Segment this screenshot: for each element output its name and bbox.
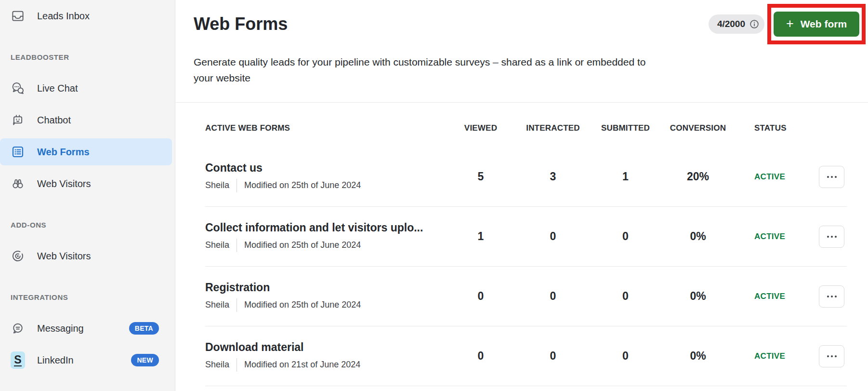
section-label-add-ons: ADD-ONS: [0, 219, 175, 231]
sidebar-item-chatbot[interactable]: Chatbot: [0, 107, 175, 134]
add-web-form-button[interactable]: + Web form: [774, 12, 859, 37]
column-header-interacted[interactable]: INTERACTED: [517, 123, 589, 133]
annotation-highlight-box: + Web form: [767, 4, 866, 44]
more-options-button[interactable]: [819, 285, 844, 308]
subtitle-divider: [237, 179, 237, 192]
status-badge: ACTIVE: [754, 232, 785, 241]
form-subtitle: Sheila Modified on 25th of June 2024: [205, 179, 445, 192]
status-badge: ACTIVE: [754, 351, 785, 361]
form-subtitle: Sheila Modified on 25th of June 2024: [205, 298, 445, 312]
form-subtitle: Sheila Modified on 21st of June 2024: [205, 358, 445, 372]
viewed-value: 5: [445, 170, 517, 183]
inbox-icon: [11, 9, 25, 23]
sidebar: Leads Inbox LEADBOOSTER Live Chat: [0, 0, 175, 391]
viewed-value: 0: [445, 290, 517, 303]
submitted-value: 0: [589, 230, 662, 243]
interacted-value: 0: [517, 290, 589, 303]
form-title[interactable]: Contact us: [205, 162, 436, 175]
submitted-value: 0: [589, 290, 662, 303]
more-options-button[interactable]: [819, 166, 844, 188]
column-header-active-web-forms[interactable]: ACTIVE WEB FORMS: [205, 123, 445, 133]
plus-icon: +: [786, 17, 794, 30]
conversion-value: 0%: [662, 350, 734, 363]
form-title[interactable]: Download material: [205, 341, 436, 354]
sidebar-item-live-chat[interactable]: Live Chat: [0, 75, 175, 102]
page-header: Web Forms 4/2000 + Web form Generate qua…: [176, 0, 868, 103]
sidebar-item-leads-inbox[interactable]: Leads Inbox: [0, 2, 175, 29]
column-header-status[interactable]: STATUS: [734, 123, 819, 133]
surfe-linkedin-icon: S: [11, 353, 25, 367]
form-name-cell: Contact us Sheila Modified on 25th of Ju…: [205, 162, 445, 192]
status-badge: ACTIVE: [754, 172, 785, 181]
form-owner: Sheila: [205, 360, 229, 370]
status-cell: ACTIVE: [734, 172, 819, 182]
subtitle-divider: [237, 239, 237, 252]
section-label-integrations: INTEGRATIONS: [0, 292, 175, 303]
page-description: Generate quality leads for your pipeline…: [194, 54, 847, 86]
column-header-submitted[interactable]: SUBMITTED: [589, 123, 662, 133]
viewed-value: 0: [445, 350, 517, 363]
form-modified: Modified on 25th of June 2024: [244, 240, 361, 250]
info-icon[interactable]: [749, 19, 760, 29]
interacted-value: 0: [517, 350, 589, 363]
sidebar-item-prospector[interactable]: Web Visitors: [0, 170, 175, 197]
form-modified: Modified on 25th of June 2024: [244, 300, 361, 310]
more-options-button[interactable]: [819, 345, 844, 367]
sidebar-item-label: Web Forms: [37, 147, 90, 158]
usage-counter-badge: 4/2000: [709, 14, 764, 34]
main-content: Web Forms 4/2000 + Web form Generate qua…: [176, 0, 868, 391]
column-header-conversion[interactable]: CONVERSION: [662, 123, 734, 133]
sidebar-item-label: Web Visitors: [37, 251, 91, 262]
status-badge: ACTIVE: [754, 292, 785, 301]
actions-cell: [819, 285, 847, 308]
usage-counter-value: 4/2000: [717, 19, 745, 29]
table-row: Contact us Sheila Modified on 25th of Ju…: [205, 147, 847, 207]
form-title[interactable]: Registration: [205, 281, 436, 294]
form-subtitle: Sheila Modified on 25th of June 2024: [205, 239, 445, 252]
subtitle-divider: [237, 298, 237, 312]
table-row: Collect information and let visitors upl…: [205, 207, 847, 267]
beta-badge: BETA: [129, 322, 159, 335]
chatbot-icon: [11, 113, 25, 127]
more-options-button[interactable]: [819, 226, 844, 248]
table-row: Download material Sheila Modified on 21s…: [205, 326, 847, 386]
submitted-value: 1: [589, 170, 662, 183]
sidebar-item-label: Leads Inbox: [37, 11, 90, 22]
table-header-row: ACTIVE WEB FORMS VIEWED INTERACTED SUBMI…: [205, 103, 847, 147]
form-owner: Sheila: [205, 180, 229, 190]
form-name-cell: Collect information and let visitors upl…: [205, 221, 445, 252]
messaging-icon: [11, 321, 25, 336]
form-owner: Sheila: [205, 240, 229, 250]
actions-cell: [819, 345, 847, 367]
add-web-form-label: Web form: [801, 18, 847, 30]
sidebar-item-linkedin[interactable]: S LinkedIn NEW: [0, 347, 175, 374]
radar-icon: [11, 249, 25, 263]
sidebar-item-web-visitors[interactable]: Web Visitors: [0, 243, 175, 270]
table-row: Registration Sheila Modified on 25th of …: [205, 267, 847, 326]
sidebar-item-label: Chatbot: [37, 115, 71, 126]
form-title[interactable]: Collect information and let visitors upl…: [205, 221, 436, 234]
sidebar-item-label: Live Chat: [37, 83, 78, 94]
binoculars-icon: [11, 176, 25, 191]
form-modified: Modified on 25th of June 2024: [244, 180, 361, 190]
web-forms-table: ACTIVE WEB FORMS VIEWED INTERACTED SUBMI…: [176, 103, 868, 386]
sidebar-item-label: Web Visitors: [37, 178, 91, 189]
status-cell: ACTIVE: [734, 292, 819, 301]
interacted-value: 3: [517, 170, 589, 183]
sidebar-item-web-forms[interactable]: Web Forms: [0, 138, 172, 165]
column-header-viewed[interactable]: VIEWED: [445, 123, 517, 133]
viewed-value: 1: [445, 230, 517, 243]
form-name-cell: Registration Sheila Modified on 25th of …: [205, 281, 445, 312]
subtitle-divider: [237, 358, 237, 372]
web-forms-icon: [11, 145, 25, 159]
live-chat-icon: [11, 81, 25, 95]
interacted-value: 0: [517, 230, 589, 243]
form-owner: Sheila: [205, 300, 229, 310]
actions-cell: [819, 166, 847, 188]
sidebar-item-messaging[interactable]: Messaging BETA: [0, 315, 175, 342]
form-name-cell: Download material Sheila Modified on 21s…: [205, 341, 445, 372]
status-cell: ACTIVE: [734, 232, 819, 242]
sidebar-item-label: Messaging: [37, 323, 84, 334]
submitted-value: 0: [589, 350, 662, 363]
section-label-leadbooster: LEADBOOSTER: [0, 52, 175, 63]
